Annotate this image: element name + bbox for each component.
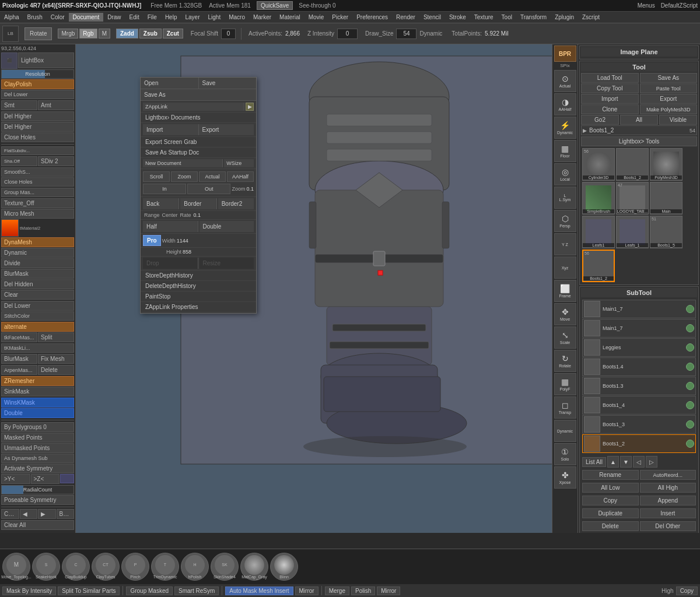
cust-btn[interactable]: Cust: [1, 509, 19, 519]
rotate-tool-btn[interactable]: ↻ Rotate: [554, 350, 576, 372]
zsub-button[interactable]: Zsub: [139, 29, 162, 38]
del-higher2-btn[interactable]: Del Higher: [1, 122, 74, 132]
as-dynamesh-btn[interactable]: As Dynamesh Sub: [1, 454, 74, 463]
menu-movie[interactable]: Movie: [304, 13, 328, 22]
subtool-toggle-boots1-2[interactable]: [686, 440, 694, 448]
back-btn[interactable]: Back: [57, 509, 75, 519]
export-screengrab-button[interactable]: Export Screen Grab: [141, 137, 256, 148]
mirror2-btn[interactable]: Mirror: [377, 587, 400, 595]
mrgb-button[interactable]: Mrgb: [58, 29, 78, 38]
zadd-button[interactable]: Zadd: [116, 29, 138, 38]
border2-btn[interactable]: Border2: [218, 198, 254, 209]
zapplink-props-button[interactable]: ZAppLink Properties: [141, 302, 256, 312]
menu-transform[interactable]: Transform: [516, 13, 551, 22]
lightbox-btn[interactable]: LightBox: [18, 52, 74, 68]
clear-btn[interactable]: Clear: [1, 290, 74, 300]
dynamic-tool-btn[interactable]: ⚡ Dynamic: [554, 117, 576, 139]
go2-btn[interactable]: Go2: [581, 115, 619, 125]
actual-btn[interactable]: Actual: [199, 171, 226, 182]
export-tool-btn[interactable]: Export: [640, 94, 698, 104]
menu-layer[interactable]: Layer: [181, 13, 204, 22]
zapplink-arrow[interactable]: ▶: [246, 103, 254, 111]
double-dd-btn[interactable]: Double: [200, 221, 254, 232]
frame-tool-btn[interactable]: ⬜ Frame: [554, 280, 576, 302]
claypolish-btn[interactable]: ClayPolish: [1, 79, 74, 89]
close-holes2-btn[interactable]: Close Holes: [1, 177, 74, 187]
menu-marker[interactable]: Marker: [249, 13, 275, 22]
tkmaskli-btn[interactable]: tKMaskLi...: [1, 343, 74, 353]
smt-btn[interactable]: Smt: [1, 100, 37, 110]
brush-snakehook[interactable]: S SnakeHook: [32, 553, 60, 581]
tool-thumb-logo2[interactable]: Main: [650, 182, 682, 215]
menu-document[interactable]: Document: [69, 13, 104, 22]
aahalf-tool-btn[interactable]: ◑ AAHalf: [554, 93, 576, 115]
flatsubdiv-btn[interactable]: FlatSubdiv...: [1, 146, 74, 155]
brush-skinshade4[interactable]: SK SkinShade4: [211, 553, 239, 581]
dynamic2-tool-btn[interactable]: Dynamic: [554, 420, 576, 442]
import-button[interactable]: Import: [143, 124, 199, 135]
append-btn[interactable]: Append: [640, 496, 696, 505]
menu-edit[interactable]: Edit: [125, 13, 144, 22]
all-btn[interactable]: All: [620, 115, 658, 125]
amt-btn[interactable]: Amt: [38, 100, 74, 110]
save-button[interactable]: Save: [199, 78, 257, 89]
xyz-tool-btn[interactable]: Xyz: [554, 257, 576, 279]
store-depth-button[interactable]: StoreDepthHistory: [141, 271, 256, 281]
auto-reorder-btn[interactable]: AutoReord...: [640, 470, 696, 480]
copy-subtool-btn[interactable]: Copy: [582, 496, 639, 505]
prev-btn[interactable]: ◀: [20, 509, 38, 519]
nav-right-btn[interactable]: ▷: [646, 456, 657, 468]
xpose-tool-btn[interactable]: ✤ Xpose: [554, 466, 576, 489]
subtool-boots1-3[interactable]: Boots1_3: [582, 415, 696, 434]
sdiv2-btn[interactable]: SDiv 2: [38, 156, 74, 166]
auto-mask-btn[interactable]: Auto Mask Mesh Insert: [225, 587, 293, 595]
yr-btn[interactable]: >Y<: [1, 474, 30, 484]
scale-tool-btn[interactable]: ⤡ Scale: [554, 326, 576, 349]
del-other-btn[interactable]: Del Other: [640, 521, 696, 531]
radialcount-slider[interactable]: RadialCount: [1, 485, 74, 494]
import-tool-btn[interactable]: Import: [581, 94, 639, 104]
tool-thumb-simple[interactable]: SimpleBrush: [582, 182, 615, 215]
zremesher-btn[interactable]: ZRemesher: [1, 376, 74, 386]
menu-tool[interactable]: Tool: [498, 13, 516, 22]
activate-sym-btn[interactable]: Activate Symmetry: [1, 463, 74, 473]
rotate-button[interactable]: Rotate: [24, 27, 52, 40]
subtool-leggies[interactable]: Leggies: [582, 338, 696, 357]
tool-thumb-poly[interactable]: PolyMesh3D: [650, 148, 682, 181]
menu-brush[interactable]: Brush: [23, 13, 47, 22]
clone-btn[interactable]: Clone: [581, 104, 639, 114]
sinkmask-btn[interactable]: SinkMask: [1, 387, 74, 396]
winskmask-btn[interactable]: WinsKMask: [1, 398, 74, 408]
bpr-button[interactable]: BPR: [554, 45, 576, 62]
brush-trimdynamic[interactable]: T TrimDynamic: [151, 553, 179, 581]
brush-blinn[interactable]: Blinn: [270, 553, 298, 581]
dynamesh-btn[interactable]: DynaMesh: [1, 237, 74, 247]
subtool-main1-7-1[interactable]: Main1_7: [582, 300, 696, 318]
menu-alpha[interactable]: Alpha: [0, 13, 23, 22]
z-intensity-input[interactable]: [337, 29, 358, 39]
delete-btn[interactable]: Delete: [38, 365, 74, 375]
merge-btn[interactable]: Merge: [325, 587, 349, 595]
copy2-btn[interactable]: Copy: [676, 587, 698, 595]
menu-zplugin[interactable]: Zplugin: [551, 13, 578, 22]
by-polygroups-btn[interactable]: By Polygroups 0: [1, 422, 74, 432]
brush-matcap-gray[interactable]: MatCap_Gray: [240, 553, 268, 581]
alternate-btn[interactable]: alternate: [1, 322, 74, 332]
micro-mesh-btn[interactable]: Micro Mesh: [1, 209, 74, 219]
pro-btn[interactable]: Pro: [143, 235, 161, 246]
tool-thumb-logo1[interactable]: 47 LOGOYE_TAB...: [616, 182, 649, 215]
boots-item[interactable]: ▶ Boots1_2 54: [581, 125, 697, 135]
blurmask-btn[interactable]: BlurMask: [1, 269, 74, 279]
wsize-button[interactable]: WSize: [224, 159, 254, 167]
nav-up-btn[interactable]: ▲: [607, 456, 619, 468]
copy-tool-btn[interactable]: Copy Tool: [581, 83, 639, 93]
make-polymesh-btn[interactable]: Make PolyMesh3D: [640, 104, 698, 114]
scroll-btn[interactable]: Scroll: [143, 171, 170, 182]
subtool-boots14[interactable]: Boots1.4: [582, 357, 696, 376]
lightbox-tools-btn[interactable]: Lightbox> Tools: [581, 136, 697, 146]
tool-thumb-boots2[interactable]: 56 Boots1_2: [582, 250, 615, 282]
lightbox-icon[interactable]: LB: [2, 26, 19, 42]
nav-down-btn[interactable]: ▼: [620, 456, 632, 468]
resize-btn[interactable]: Resize: [200, 258, 254, 269]
arpenmas-btn[interactable]: ArpenMas...: [1, 365, 37, 375]
